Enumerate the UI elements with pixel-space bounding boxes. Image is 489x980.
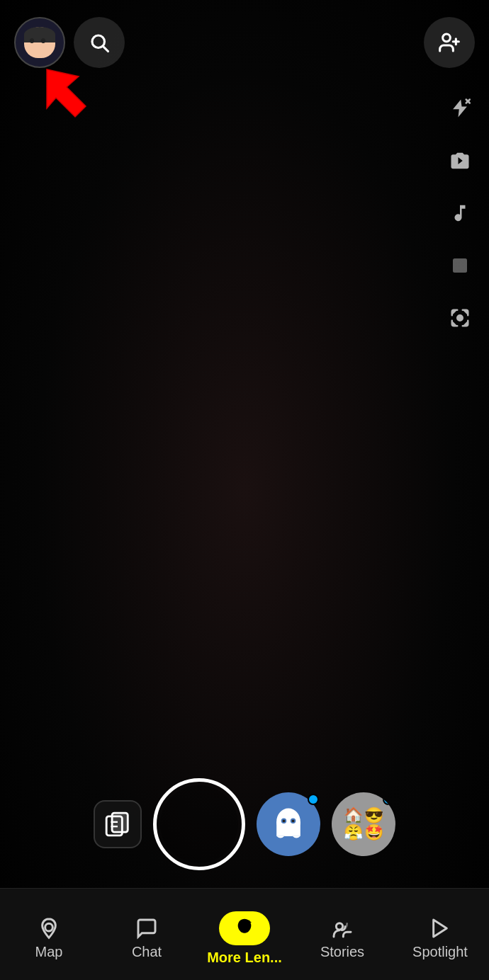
flip-camera-icon [449,150,471,171]
flash-button[interactable] [444,92,476,125]
nav-item-more-lenses[interactable]: More Len... [196,903,293,966]
svg-point-18 [283,819,286,822]
lens-strip: 🏠 😎 😤 🤩 [94,778,395,870]
ghost-lens-badge [308,794,319,805]
nav-item-spotlight[interactable]: Spotlight [391,908,489,960]
nav-icon-wrap-more-lenses [219,911,270,945]
search-icon [89,32,110,53]
emoji-lens-badge [383,794,394,805]
cards-icon [104,811,131,838]
scan-icon [449,307,471,329]
filter-button[interactable] [444,249,476,282]
nav-icon-wrap-chat [135,917,158,940]
add-friend-button[interactable] [424,17,475,68]
top-left-controls [14,17,125,68]
music-button[interactable] [444,197,476,229]
bottom-nav: Map Chat More Len... [0,888,489,980]
nav-item-map[interactable]: Map [0,908,98,960]
svg-point-19 [292,819,295,822]
svg-line-1 [103,47,108,52]
app-container: 🏠 😎 😤 🤩 Map [0,0,489,980]
avatar-face [18,21,61,64]
nav-icon-wrap-stories [331,917,354,940]
search-button[interactable] [74,17,125,68]
ghost-lens-item[interactable] [257,792,320,856]
nav-icon-wrap-spotlight [429,917,451,940]
svg-point-2 [443,34,451,42]
map-icon [38,917,60,940]
scan-button[interactable] [444,302,476,334]
flip-camera-button[interactable] [444,144,476,177]
shutter-inner [160,785,238,863]
nav-label-chat: Chat [132,944,162,960]
more-lenses-icon [233,917,256,940]
emoji-lens-icon: 🏠 😎 😤 🤩 [338,802,389,846]
shutter-button[interactable] [153,778,245,870]
lens-carousel-button[interactable] [94,800,142,848]
right-side-icons [444,92,476,334]
nav-item-chat[interactable]: Chat [98,908,196,960]
nav-label-spotlight: Spotlight [412,944,468,960]
svg-point-9 [457,315,463,321]
add-friend-icon [438,31,461,54]
chat-icon [135,917,158,940]
ghost-lens-icon [269,804,308,844]
svg-point-21 [336,923,342,930]
svg-point-20 [45,923,53,931]
filter-icon [449,255,471,276]
svg-marker-5 [47,69,86,117]
flash-icon [449,98,471,119]
music-icon [449,203,471,224]
bottom-controls: 🏠 😎 😤 🤩 [0,760,489,888]
nav-label-stories: Stories [320,944,364,960]
svg-marker-22 [434,920,447,937]
nav-label-more-lenses: More Len... [207,950,282,966]
emoji-lens-item[interactable]: 🏠 😎 😤 🤩 [332,792,395,856]
top-bar [0,0,489,71]
nav-icon-wrap-map [38,917,60,940]
red-arrow-annotation [40,62,96,119]
stories-icon [331,917,354,940]
svg-rect-15 [276,821,300,836]
spotlight-icon [429,917,451,940]
svg-rect-8 [453,258,467,273]
nav-item-stories[interactable]: Stories [293,908,391,960]
nav-label-map: Map [35,944,63,960]
avatar-button[interactable] [14,17,65,68]
